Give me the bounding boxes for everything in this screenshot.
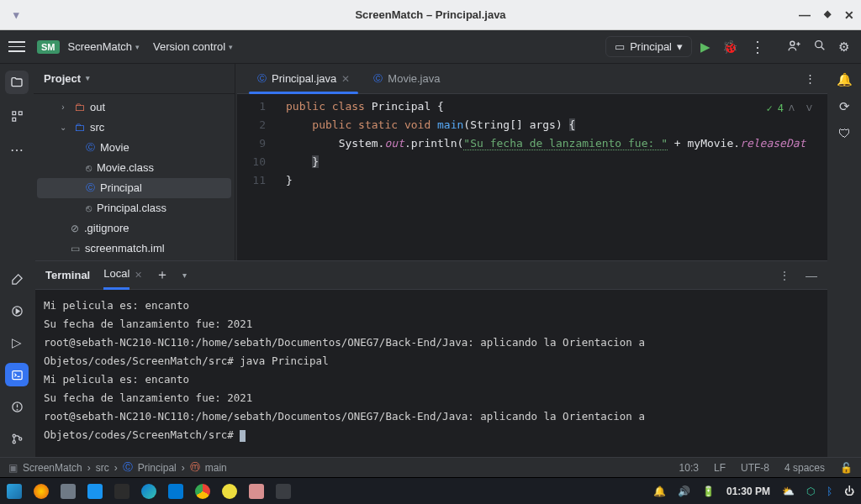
code-with-me-button[interactable] (787, 39, 801, 55)
start-menu-icon[interactable] (7, 484, 22, 499)
hamburger-menu[interactable] (8, 39, 25, 55)
editor-area: Ⓒ Principal.java ✕ Ⓒ Movie.java ⋮ 1 2 9 (237, 64, 827, 260)
close-terminal-tab-icon[interactable]: ✕ (135, 270, 142, 281)
close-tab-icon[interactable]: ✕ (341, 73, 350, 85)
editor-tabs: Ⓒ Principal.java ✕ Ⓒ Movie.java ⋮ (237, 64, 827, 94)
structure-tool-button[interactable] (5, 104, 29, 128)
titlebar-menu-icon[interactable]: ▾ (13, 8, 19, 21)
minimize-button[interactable]: — (799, 8, 811, 22)
status-bar: ▣ ScreenMatch › src › Ⓒ Principal › ⓜ ma… (0, 457, 861, 477)
maximize-button[interactable]: ◆ (824, 8, 831, 22)
tree-folder-out[interactable]: › 🗀 out (34, 97, 235, 118)
more-tools-button[interactable]: ⋯ (5, 138, 29, 161)
app-icon[interactable] (222, 484, 237, 499)
tree-file-gitignore[interactable]: ⊘ .gitignore (34, 218, 235, 239)
terminal-title[interactable]: Terminal (45, 269, 90, 281)
ai-tool-button[interactable]: ⟳ (839, 99, 850, 114)
tree-file-movie-class[interactable]: ⎋ Movie.class (34, 158, 235, 178)
main-area: ⋯ ▷ Project ▾ › 🗀 out (0, 64, 861, 457)
terminal-tool-button[interactable] (5, 363, 29, 386)
camera-icon[interactable] (87, 484, 103, 499)
file-encoding[interactable]: UTF-8 (741, 462, 769, 474)
project-selector[interactable]: SM ScreenMatch ▾ (37, 40, 140, 54)
tree-label: Principal (100, 181, 142, 194)
readonly-lock-icon[interactable]: 🔓 (840, 462, 853, 474)
settings-button[interactable]: ⚙ (838, 39, 849, 55)
tab-label: Principal.java (272, 72, 336, 85)
project-panel: Project ▾ › 🗀 out ⌄ 🗀 src Ⓒ (34, 64, 235, 260)
expand-icon: › (57, 102, 69, 112)
svg-point-3 (816, 41, 822, 48)
tray-bluetooth-icon[interactable]: ᛒ (827, 486, 832, 497)
edge-icon[interactable] (141, 484, 156, 499)
intellij-icon[interactable] (276, 484, 291, 499)
close-button[interactable]: ✕ (844, 8, 854, 22)
chevron-down-icon: ▾ (677, 40, 683, 53)
tab-more-button[interactable]: ⋮ (793, 72, 827, 85)
code-content[interactable]: public class Principal { public static v… (277, 94, 827, 260)
chrome-icon[interactable] (195, 484, 210, 499)
tray-weather-icon[interactable]: ⛅ (782, 486, 795, 497)
chevron-down-icon: ▾ (86, 74, 90, 82)
tree-file-principal-class[interactable]: ⎋ Principal.class (34, 198, 235, 218)
indent-setting[interactable]: 4 spaces (784, 462, 825, 474)
line-separator[interactable]: LF (714, 462, 726, 474)
hide-terminal-button[interactable]: — (806, 269, 817, 282)
terminal-options-button[interactable]: ⋮ (779, 269, 790, 282)
left-tool-gutter: ⋯ ▷ (0, 64, 34, 457)
main-toolbar: SM ScreenMatch ▾ Version control ▾ ▭ Pri… (0, 30, 861, 64)
app-icon-2[interactable] (249, 484, 264, 499)
vcs-tool-button[interactable] (5, 427, 29, 450)
collapse-icon: ⌄ (57, 123, 69, 132)
terminal-panel: Terminal Local ✕ ＋ ▾ ⋮ — Mi pelicula es:… (35, 260, 827, 457)
caret-position[interactable]: 10:3 (679, 462, 699, 474)
tab-movie[interactable]: Ⓒ Movie.java (362, 64, 452, 93)
terminal-tab-local[interactable]: Local (103, 267, 129, 283)
tab-principal[interactable]: Ⓒ Principal.java ✕ (246, 64, 362, 93)
tray-clock[interactable]: 01:30 PM (726, 486, 770, 497)
debug-button[interactable]: 🐞 (722, 39, 738, 55)
tree-file-movie[interactable]: Ⓒ Movie (34, 138, 235, 158)
tree-file-principal[interactable]: Ⓒ Principal (37, 178, 231, 198)
vscode-icon[interactable] (168, 484, 183, 499)
code-editor[interactable]: 1 2 9 10 11 public class Principal { pub… (237, 94, 827, 260)
run-config-selector[interactable]: ▭ Principal ▾ (605, 36, 692, 57)
svg-rect-10 (12, 370, 21, 379)
svg-point-14 (17, 409, 18, 410)
tray-notification-icon[interactable]: 🔔 (653, 486, 666, 497)
inspection-nav-icons[interactable]: ᐱ ᐯ (789, 99, 816, 118)
version-control-selector[interactable]: Version control ▾ (153, 40, 233, 53)
tree-file-iml[interactable]: ▭ screenmatch.iml (34, 239, 235, 259)
tray-power-icon[interactable]: ⏻ (844, 486, 854, 497)
crumb-method: main (205, 462, 227, 474)
crumb-class: Principal (138, 462, 177, 474)
more-actions-button[interactable]: ⋮ (750, 38, 765, 56)
breadcrumb[interactable]: ▣ ScreenMatch › src › Ⓒ Principal › ⓜ ma… (8, 460, 227, 475)
terminal-header: Terminal Local ✕ ＋ ▾ ⋮ — (35, 261, 827, 290)
files-icon[interactable] (61, 484, 76, 499)
project-tool-button[interactable] (5, 71, 29, 94)
services-tool-button[interactable] (5, 299, 29, 323)
tray-volume-icon[interactable]: 🔊 (678, 486, 690, 497)
firefox-icon[interactable] (34, 484, 49, 499)
run-tool-button[interactable]: ▷ (5, 331, 29, 354)
run-button[interactable]: ▶ (700, 39, 710, 55)
tray-battery-icon[interactable]: 🔋 (702, 486, 715, 497)
terminal-dropdown-icon[interactable]: ▾ (182, 270, 187, 280)
new-terminal-button[interactable]: ＋ (156, 266, 169, 284)
build-tool-button[interactable] (5, 267, 29, 291)
tray-indicator-icon[interactable]: ⬡ (806, 486, 815, 497)
tree-folder-src[interactable]: ⌄ 🗀 src (34, 118, 235, 138)
notifications-button[interactable]: 🔔 (837, 72, 853, 87)
shield-tool-button[interactable]: 🛡 (838, 126, 851, 140)
java-class-icon: Ⓒ (86, 141, 95, 154)
check-icon: ✓ (767, 99, 773, 118)
inspection-badge[interactable]: ✓4 ᐱ ᐯ (767, 99, 816, 118)
right-tool-gutter: 🔔 ⟳ 🛡 (827, 64, 861, 457)
search-button[interactable] (813, 39, 827, 55)
terminal-app-icon[interactable] (114, 484, 129, 499)
terminal-output[interactable]: Mi pelicula es: encanto Su fecha de lanz… (35, 290, 827, 457)
project-panel-header[interactable]: Project ▾ (34, 64, 235, 94)
problems-tool-button[interactable] (5, 395, 29, 418)
iml-file-icon: ▭ (71, 243, 80, 255)
